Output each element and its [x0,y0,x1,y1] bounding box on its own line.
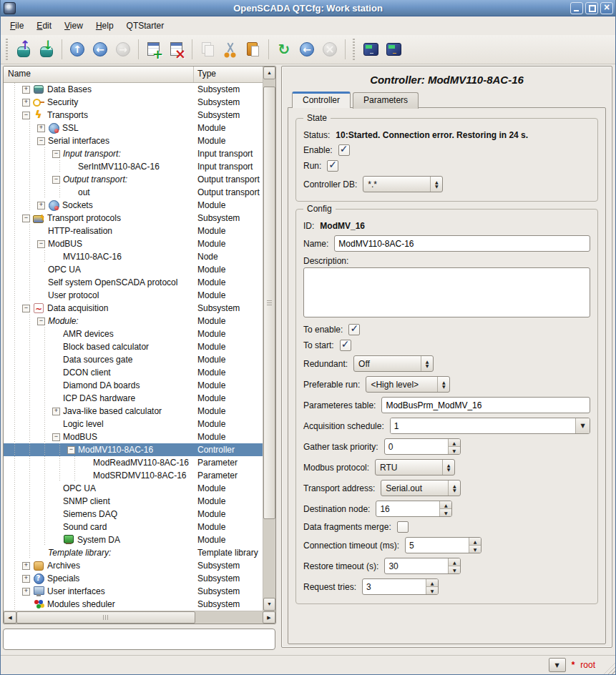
tree-row[interactable]: Template library:Template library [4,546,263,559]
tree-row[interactable]: −ModMV110-8AC-16Controller [4,443,263,456]
acquisition-schedule-combo[interactable] [390,418,590,434]
tree-row[interactable]: OPC UAModule [4,482,263,495]
collapse-icon[interactable]: − [22,215,30,222]
tree-row[interactable]: −Transport protocolsSubsystem [4,212,263,225]
tree-row[interactable]: Block based calculatorModule [4,340,263,353]
expand-icon[interactable]: + [22,86,30,94]
name-field[interactable] [334,235,590,252]
start-updating-button[interactable] [296,39,318,60]
tree-row[interactable]: SerIntMV110-8AC-16Input transport [4,160,263,173]
tab-controller[interactable]: Controller [292,92,351,108]
tree-row[interactable]: −Output transport:Output transport [4,173,263,186]
qtstarter-configurator-button[interactable] [360,39,381,60]
expand-icon[interactable]: + [22,562,30,570]
cut-item-button[interactable] [220,39,241,60]
tree-row[interactable]: −TransportsSubsystem [4,109,263,122]
menu-edit[interactable]: Edit [30,19,58,33]
combo-arrows-icon[interactable] [430,177,442,192]
expand-icon[interactable]: + [52,408,60,415]
tree-row[interactable]: +SSLModule [4,122,263,134]
collapse-icon[interactable]: − [52,433,60,441]
acquisition-schedule-field[interactable] [391,418,575,433]
tree-row[interactable]: −Serial interfacesModule [4,134,263,147]
tree-row[interactable]: ModReadMV110-8AC-16Parameter [4,456,263,469]
menu-qtstarter[interactable]: QTStarter [120,19,171,33]
tree-row[interactable]: DCON clientModule [4,366,263,379]
status-dropdown-button[interactable] [549,658,566,672]
enable-checkbox[interactable] [338,144,350,156]
tab-parameters[interactable]: Parameters [353,92,419,109]
modbus-protocol-combo[interactable]: RTU [375,459,455,476]
restore-timeout-stepper[interactable]: 30 ▲▼ [384,558,461,574]
tree-row[interactable]: outOutput transport [4,186,263,199]
refresh-button[interactable] [273,39,295,60]
tree-row[interactable]: User protocolModule [4,289,263,302]
tree-row[interactable]: System DAModule [4,533,263,546]
tree-row[interactable]: −ModBUSModule [4,430,263,443]
tree-row[interactable]: Logic levelModule [4,418,263,430]
qtstarter-launch-button[interactable] [383,39,404,60]
resize-grip[interactable] [604,663,615,674]
spin-up-icon[interactable]: ▲ [449,439,460,446]
expand-icon[interactable]: + [37,124,45,132]
spin-up-icon[interactable]: ▲ [449,558,460,566]
destination-node-stepper[interactable]: 16 ▲▼ [376,501,452,517]
collapse-icon[interactable]: − [52,150,60,158]
collapse-icon[interactable]: − [37,317,45,325]
parameteres-table-field[interactable] [381,397,590,413]
to-enable-checkbox[interactable] [348,324,360,335]
add-item-button[interactable] [143,39,165,60]
vertical-scroll-track[interactable] [263,79,275,598]
spin-up-icon[interactable]: ▲ [469,538,481,545]
maximize-button[interactable] [585,2,598,14]
toolbar-handle[interactable] [4,39,10,60]
combo-arrows-icon[interactable] [421,356,433,371]
combo-arrows-icon[interactable] [448,481,460,496]
save-to-db-button[interactable] [36,39,57,60]
tree-row[interactable]: AMR devicesModule [4,327,263,340]
tree-row[interactable]: +Data BasesSubsystem [4,83,263,96]
collapse-icon[interactable]: − [67,446,75,454]
dropdown-arrow-icon[interactable] [575,418,590,433]
expand-icon[interactable]: + [22,575,30,583]
tree-row[interactable]: +User interfacesSubsystem [4,585,263,598]
panel-splitter[interactable] [276,66,281,655]
tree-row[interactable]: +SecuritySubsystem [4,96,263,109]
minimize-button[interactable] [570,2,583,14]
tree-row[interactable]: Siemens DAQModule [4,508,263,521]
run-checkbox[interactable] [327,160,338,172]
toolbar-handle[interactable] [351,39,357,60]
collapse-icon[interactable]: − [52,176,60,184]
tree-row[interactable]: OPC UAModule [4,263,263,276]
to-start-checkbox[interactable] [340,340,351,351]
scroll-down-icon[interactable] [263,598,275,611]
collapse-icon[interactable]: − [37,240,45,248]
spin-down-icon[interactable]: ▼ [449,446,460,454]
description-field[interactable] [303,267,590,317]
scroll-up-icon[interactable] [263,66,275,79]
tree-row[interactable]: Data sources gateModule [4,353,263,366]
collapse-icon[interactable]: − [22,112,30,119]
tree-row[interactable]: Sound cardModule [4,521,263,533]
menu-file[interactable]: File [4,19,30,33]
paste-item-button[interactable] [243,39,264,60]
collapse-icon[interactable]: − [22,305,30,312]
tree-row[interactable]: +Java-like based calculatorModule [4,405,263,418]
request-tries-stepper[interactable]: 3 ▲▼ [362,578,439,595]
expand-icon[interactable]: + [22,99,30,107]
transport-address-combo[interactable]: Serial.out [381,480,461,496]
spin-down-icon[interactable]: ▼ [440,508,451,516]
tree-row[interactable]: −Data acquisitionSubsystem [4,302,263,315]
menu-help[interactable]: Help [89,19,120,33]
redundant-combo[interactable]: Off [353,355,434,372]
horizontal-scroll-thumb[interactable] [16,611,195,624]
combo-arrows-icon[interactable] [437,377,449,392]
gather-task-priority-stepper[interactable]: 0 ▲▼ [384,438,461,455]
tree-row[interactable]: −Input transport:Input transport [4,147,263,160]
menu-view[interactable]: View [58,19,89,33]
expand-icon[interactable]: + [37,202,45,210]
tree-row[interactable]: ICP DAS hardwareModule [4,392,263,405]
tree-horizontal-scrollbar[interactable] [4,611,275,624]
vertical-scroll-thumb[interactable] [263,87,275,519]
delete-item-button[interactable] [166,39,187,60]
